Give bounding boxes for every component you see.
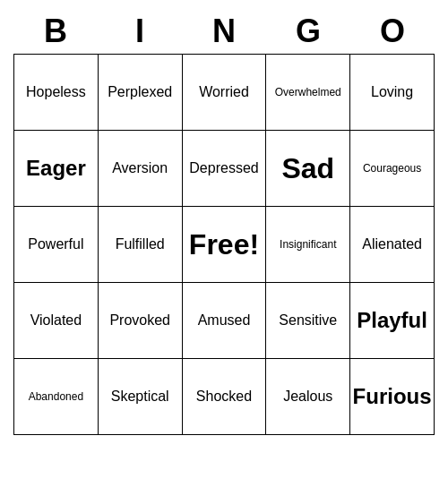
bingo-cell: Skeptical (99, 359, 183, 435)
header-letter-I: I (98, 9, 182, 54)
header-letter-B: B (13, 9, 98, 54)
cell-text: Fulfilled (116, 235, 165, 252)
bingo-cell: Hopeless (14, 55, 99, 131)
bingo-cell: Sensitive (266, 283, 350, 359)
cell-text: Overwhelmed (275, 86, 341, 98)
cell-text: Furious (353, 384, 432, 410)
bingo-cell: Sad (266, 131, 350, 207)
cell-text: Eager (26, 156, 86, 182)
cell-text: Powerful (28, 235, 83, 252)
bingo-cell: Overwhelmed (266, 55, 350, 131)
cell-text: Courageous (363, 162, 421, 175)
bingo-cell: Aversion (99, 131, 183, 207)
bingo-cell: Powerful (14, 207, 99, 283)
cell-text: Skeptical (111, 388, 169, 405)
cell-text: Sad (281, 151, 334, 185)
bingo-cell: Jealous (266, 359, 350, 435)
bingo-header: BINGO (13, 9, 435, 54)
cell-text: Sensitive (279, 312, 337, 329)
bingo-cell: Provoked (99, 283, 183, 359)
header-letter-G: G (266, 9, 350, 54)
bingo-cell: Shocked (183, 359, 267, 435)
bingo-cell: Violated (14, 283, 99, 359)
bingo-cell: Amused (183, 283, 267, 359)
cell-text: Jealous (283, 388, 332, 405)
cell-text: Playful (357, 308, 427, 334)
bingo-card: BINGO HopelessPerplexedWorriedOverwhelme… (13, 9, 435, 435)
bingo-cell: Furious (350, 359, 435, 435)
cell-text: Insignificant (280, 238, 336, 251)
cell-text: Loving (371, 83, 413, 100)
bingo-cell: Perplexed (99, 55, 183, 131)
cell-text: Shocked (196, 388, 252, 405)
bingo-cell: Free! (183, 207, 267, 283)
bingo-cell: Alienated (350, 207, 435, 283)
cell-text: Aversion (112, 159, 168, 176)
cell-text: Abandoned (29, 390, 83, 403)
cell-text: Amused (198, 312, 251, 329)
header-letter-N: N (182, 9, 266, 54)
bingo-cell: Playful (350, 283, 435, 359)
bingo-cell: Eager (14, 131, 99, 207)
bingo-cell: Depressed (183, 131, 267, 207)
cell-text: Free! (189, 227, 259, 261)
cell-text: Alienated (362, 235, 422, 252)
bingo-cell: Courageous (350, 131, 435, 207)
bingo-cell: Worried (183, 55, 267, 131)
bingo-cell: Insignificant (266, 207, 350, 283)
cell-text: Hopeless (26, 83, 86, 100)
bingo-cell: Fulfilled (99, 207, 183, 283)
cell-text: Worried (199, 83, 249, 100)
cell-text: Violated (30, 312, 82, 329)
bingo-cell: Abandoned (14, 359, 99, 435)
cell-text: Depressed (189, 159, 258, 176)
cell-text: Perplexed (108, 83, 172, 100)
bingo-grid: HopelessPerplexedWorriedOverwhelmedLovin… (13, 54, 435, 435)
header-letter-O: O (350, 9, 435, 54)
bingo-cell: Loving (350, 55, 435, 131)
cell-text: Provoked (109, 312, 170, 329)
